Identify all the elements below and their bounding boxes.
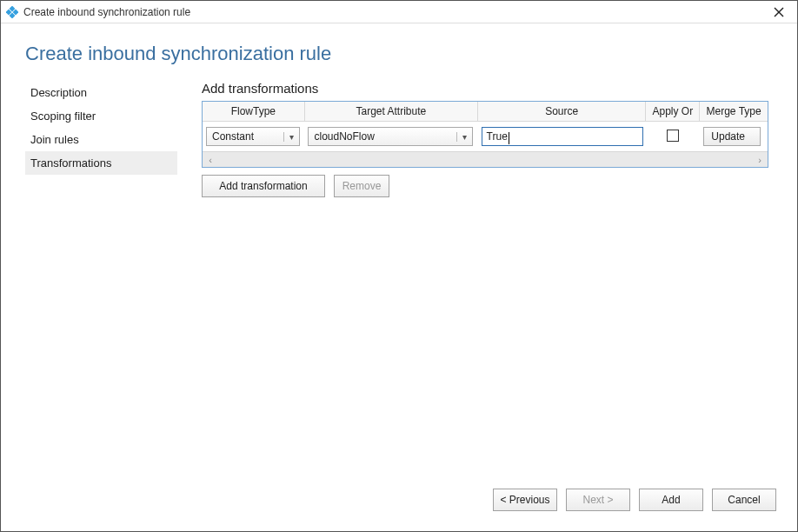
horizontal-scrollbar[interactable]: ‹ › — [203, 151, 768, 167]
merge-type-value: Update — [711, 130, 745, 143]
add-transformation-button[interactable]: Add transformation — [202, 175, 325, 197]
app-logo-icon — [6, 6, 18, 18]
transformation-row: Constant ▾ cloudNoFlow ▾ — [203, 122, 768, 151]
close-icon — [774, 7, 784, 17]
merge-type-button[interactable]: Update — [703, 127, 761, 146]
section-title: Add transformations — [202, 81, 773, 96]
nav-item-description[interactable]: Description — [25, 81, 177, 104]
col-header-flowtype: FlowType — [203, 102, 305, 121]
col-header-apply-once: Apply Or — [646, 102, 700, 121]
nav-item-join-rules[interactable]: Join rules — [25, 128, 177, 151]
col-header-target-attribute: Target Attribute — [305, 102, 478, 121]
transformations-grid: FlowType Target Attribute Source Apply O… — [202, 101, 768, 168]
cancel-button[interactable]: Cancel — [712, 489, 776, 511]
add-button[interactable]: Add — [639, 489, 703, 511]
main-panel: Add transformations FlowType Target Attr… — [202, 81, 773, 197]
page-heading: Create inbound synchronization rule — [25, 43, 773, 65]
titlebar: Create inbound synchronization rule — [1, 1, 797, 23]
source-input[interactable]: True — [482, 127, 643, 146]
col-header-source: Source — [478, 102, 646, 121]
content-area: Create inbound synchronization rule Desc… — [1, 23, 797, 530]
flowtype-dropdown[interactable]: Constant ▾ — [206, 127, 300, 146]
target-attribute-dropdown[interactable]: cloudNoFlow ▾ — [308, 127, 473, 146]
body: Description Scoping filter Join rules Tr… — [25, 81, 773, 197]
previous-button[interactable]: < Previous — [493, 489, 557, 511]
text-caret — [509, 132, 509, 144]
chevron-down-icon: ▾ — [283, 132, 299, 142]
wizard-footer: < Previous Next > Add Cancel — [493, 489, 776, 511]
nav-item-scoping-filter[interactable]: Scoping filter — [25, 104, 177, 128]
close-button[interactable] — [766, 3, 792, 22]
scroll-right-icon[interactable]: › — [752, 152, 768, 168]
remove-button[interactable]: Remove — [334, 175, 389, 197]
dialog-window: Create inbound synchronization rule Crea… — [0, 0, 798, 532]
apply-once-checkbox[interactable] — [667, 130, 679, 142]
grid-header-row: FlowType Target Attribute Source Apply O… — [203, 102, 768, 122]
source-value: True — [487, 130, 508, 143]
next-button[interactable]: Next > — [566, 489, 630, 511]
grid-action-row: Add transformation Remove — [202, 175, 773, 197]
scroll-left-icon[interactable]: ‹ — [203, 152, 218, 168]
chevron-down-icon: ▾ — [456, 132, 472, 142]
target-attribute-value: cloudNoFlow — [309, 130, 456, 143]
wizard-nav: Description Scoping filter Join rules Tr… — [25, 81, 177, 197]
nav-item-transformations[interactable]: Transformations — [25, 151, 177, 175]
window-title: Create inbound synchronization rule — [23, 6, 766, 18]
col-header-merge-type: Merge Type — [700, 102, 768, 121]
flowtype-value: Constant — [207, 130, 283, 143]
